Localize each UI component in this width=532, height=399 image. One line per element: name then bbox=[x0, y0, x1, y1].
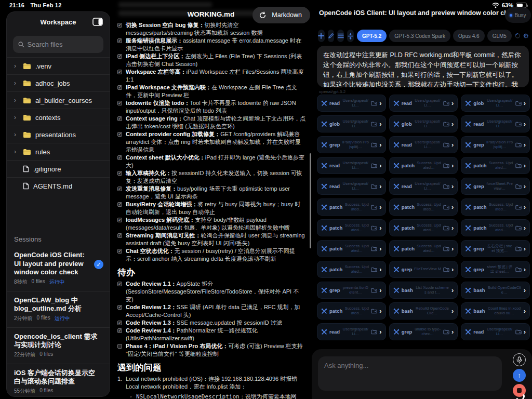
tool-call-card[interactable]: grep 左右分栏 | sheet 预览… › bbox=[461, 240, 530, 257]
tool-result-preview: Users/grapeot/Li… bbox=[342, 182, 369, 191]
file-tree-row[interactable]: › .venv bbox=[7, 57, 110, 74]
todo-list-button[interactable] bbox=[337, 30, 344, 42]
tool-call-card[interactable]: read Users/grapeot/Li… › bbox=[317, 95, 386, 112]
tool-call-card[interactable]: read Users/grapeot/Li… › bbox=[389, 178, 458, 195]
tool-result-preview: Users/grapeot/Li… bbox=[486, 119, 513, 128]
session-item[interactable]: OpenCLAW_blog 中 blog_outline.md 分析 2分钟前 … bbox=[7, 291, 110, 327]
file-search-field[interactable] bbox=[13, 36, 103, 53]
open-folder-icon bbox=[371, 101, 377, 106]
file-tree-row[interactable]: › contexts bbox=[7, 109, 110, 126]
file-tree-row[interactable]: .gitignore bbox=[7, 160, 110, 177]
tool-call-card[interactable]: bash Rebuild OpenCodeClie… › bbox=[389, 302, 458, 320]
tool-name: bash bbox=[402, 287, 413, 293]
compose-button[interactable] bbox=[328, 30, 335, 42]
tool-call-card[interactable]: glob Users/grapeot/Li… › bbox=[317, 115, 386, 132]
new-session-button[interactable] bbox=[318, 30, 325, 42]
tool-call-card[interactable]: patch Success. Updated… › bbox=[317, 198, 386, 216]
tool-result-preview: forceSheet-Preview… bbox=[486, 182, 513, 191]
tool-call-card[interactable]: grep iPad|Vision Pro|split|… › bbox=[317, 136, 386, 153]
tool-call-card[interactable]: grep unable to type-chec… › bbox=[389, 323, 458, 340]
tool-call-card[interactable]: patch Success. Updated… › bbox=[461, 219, 530, 236]
chevron-right-icon: › bbox=[451, 224, 454, 231]
session-item[interactable]: iOS 客户端会话切换显示空白与滚动条问题排查 55分钟前 0 files bbox=[7, 364, 110, 397]
tool-call-card[interactable]: grep forceSheet-Preview… › bbox=[461, 178, 530, 195]
tool-result-preview: Rebuild OpenCodeClie… bbox=[415, 307, 449, 315]
open-folder-icon bbox=[371, 142, 377, 148]
tool-call-card[interactable]: grep FileTreeView M › bbox=[389, 261, 458, 278]
open-folder-icon bbox=[515, 246, 522, 251]
tool-call-card[interactable]: grep sheet 预览 | 弹出 sheet… › bbox=[461, 261, 530, 278]
tool-call-card[interactable]: bash List Xcode schemes and t… › bbox=[389, 282, 458, 299]
tool-name: glob bbox=[473, 100, 484, 106]
tool-name: patch bbox=[402, 163, 415, 168]
tool-name: patch bbox=[402, 225, 415, 231]
model-pill[interactable]: GPT-5.3 Codex Spark bbox=[389, 30, 450, 42]
tool-call-card[interactable]: patch Success. Updated… › bbox=[389, 157, 458, 174]
file-tree-row[interactable]: › ai_builder_courses bbox=[7, 91, 110, 109]
open-folder-icon bbox=[443, 184, 449, 189]
open-folder-icon bbox=[371, 329, 377, 335]
tool-call-card[interactable]: bash Build OpenCodeClie… › bbox=[461, 282, 530, 299]
collapse-tools-button[interactable] bbox=[347, 30, 354, 42]
tool-name: grep bbox=[329, 142, 340, 148]
model-pill[interactable]: Opus 4.6 bbox=[453, 30, 485, 42]
file-name: .venv bbox=[35, 62, 51, 70]
tool-call-card[interactable]: patch Success. Updated… › bbox=[317, 240, 386, 257]
tool-call-card[interactable]: read Users/grapeot/Li… › bbox=[389, 95, 458, 112]
tool-call-card[interactable]: glob Users/grapeot/Li… › bbox=[389, 115, 458, 132]
tool-name: read bbox=[473, 121, 484, 127]
microphone-icon bbox=[516, 356, 522, 364]
tools-icon bbox=[465, 100, 471, 107]
tool-call-card[interactable]: grep iPad|Vision Pro|split|… › bbox=[461, 136, 530, 153]
file-tree-row[interactable]: › presentations bbox=[7, 126, 110, 143]
send-button[interactable]: ↑ bbox=[513, 369, 526, 382]
tool-result-preview: Build OpenCodeClie… bbox=[487, 286, 522, 295]
tool-call-card[interactable]: read Users/grapeot/Li… › bbox=[317, 157, 386, 174]
tool-name: bash bbox=[402, 308, 413, 314]
session-item[interactable]: Opencode_ios_client 需求与实现计划讨论 22分钟前 0 fi… bbox=[7, 327, 110, 364]
tool-name: patch bbox=[329, 204, 342, 210]
tool-call-card[interactable]: patch Success. Updated… › bbox=[389, 198, 458, 216]
file-tree-row[interactable]: AGENTS.md bbox=[7, 177, 110, 194]
file-tree-row[interactable]: › adhoc_jobs bbox=[7, 74, 110, 91]
tool-name: glob bbox=[402, 121, 412, 127]
open-folder-icon bbox=[515, 122, 522, 127]
tool-call-card[interactable]: patch Success. Updated… › bbox=[317, 219, 386, 236]
refresh-icon[interactable] bbox=[259, 11, 267, 19]
chevron-right-icon: › bbox=[379, 183, 381, 190]
model-selector: GPT-5.2 GPT-5.3 Codex Spark Opus 4.6 GLM… bbox=[357, 30, 512, 42]
tool-call-card[interactable]: glob Users/grapeot/Li… › bbox=[461, 95, 530, 112]
settings-gear-icon[interactable] bbox=[523, 31, 529, 41]
chat-input[interactable] bbox=[318, 356, 502, 391]
voice-input-button[interactable] bbox=[513, 353, 526, 366]
open-folder-icon bbox=[371, 163, 377, 168]
tool-call-card[interactable]: patch Success. Updated… › bbox=[317, 302, 386, 320]
tool-call-card[interactable]: patch Success. Updated… › bbox=[461, 198, 530, 216]
chevron-right-icon: › bbox=[451, 100, 454, 107]
search-input[interactable] bbox=[28, 41, 98, 48]
context-usage-ring[interactable] bbox=[515, 31, 521, 41]
markdown-view-toggle[interactable]: Markdown bbox=[252, 7, 310, 23]
clock: 21:16 bbox=[9, 2, 24, 8]
tool-call-card[interactable]: read Users/grapeot/Li… › bbox=[317, 178, 386, 195]
tool-call-card[interactable]: read Users/grapeot/Li… › bbox=[389, 136, 458, 153]
tool-name: read bbox=[402, 183, 412, 189]
session-item[interactable]: OpenCode iOS Client: UI layout and previ… bbox=[7, 246, 110, 291]
tool-call-card[interactable]: read Users/grapeot/Li… › bbox=[461, 323, 530, 340]
model-pill[interactable]: GPT-5.2 bbox=[357, 30, 387, 42]
tool-call-card[interactable]: bash Count lines in xcodebuild ou… › bbox=[461, 302, 530, 320]
preview-scrollbar[interactable] bbox=[310, 153, 311, 248]
chevron-right-icon: › bbox=[451, 121, 454, 127]
model-pill[interactable]: GLM5 bbox=[487, 30, 512, 42]
sidebar-toggle-button[interactable] bbox=[92, 17, 103, 27]
tool-call-card[interactable]: patch Success. Updated… › bbox=[389, 240, 458, 257]
tool-call-card[interactable]: patch Success. Updated… › bbox=[317, 261, 386, 278]
tool-call-card[interactable]: patch Success. Updated… › bbox=[389, 219, 458, 236]
file-tree-row[interactable]: › rules bbox=[7, 143, 110, 160]
tools-icon bbox=[393, 100, 400, 107]
tool-call-card[interactable]: read Users/grapeot/Li… › bbox=[317, 323, 386, 340]
tool-call-card[interactable]: grep presenta-tionDetent… › bbox=[317, 282, 386, 299]
tools-icon bbox=[321, 246, 327, 252]
tool-call-card[interactable]: read Users/grapeot/Li… › bbox=[461, 115, 530, 132]
tool-call-card[interactable]: patch Success. Updated… › bbox=[461, 157, 530, 174]
